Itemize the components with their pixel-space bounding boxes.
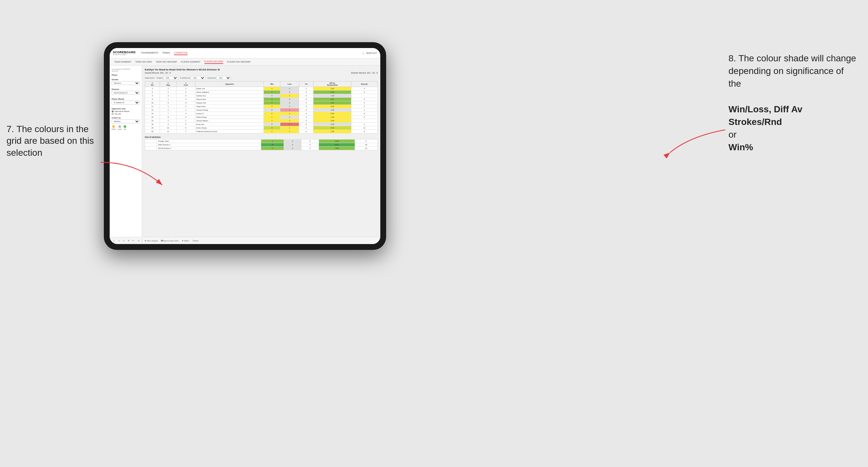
- region-label: Region: [157, 77, 163, 79]
- col-rounds: Rounds: [351, 82, 377, 87]
- cell-win: 2: [264, 112, 280, 116]
- opponent-select[interactable]: (All): [216, 76, 231, 80]
- out-cell-rounds: 2: [355, 139, 377, 143]
- cell-name: Sydney Kuo: [195, 94, 264, 98]
- top100-label: Top 100: [115, 113, 121, 115]
- copy-button[interactable]: ⧉: [127, 239, 130, 242]
- cell-loss: 2: [280, 112, 299, 116]
- h2h-table: #Div #Reg #Conf Opponent Win Loss Tie Di…: [145, 81, 378, 133]
- cell-win: 1: [264, 91, 280, 94]
- table-row: 18 2 2 Euna Lee 0 1 0 -5.00 2: [145, 123, 378, 126]
- refresh-button[interactable]: ⟳: [137, 240, 141, 242]
- out-table-row: NAIA Division 1 15 0 0 9.267 30: [145, 143, 378, 147]
- redo2-button[interactable]: ↩: [122, 240, 126, 242]
- gender-section: Gender Women's: [112, 79, 140, 86]
- cell-diff: -0.94: [313, 119, 351, 123]
- cell-conf: 2: [177, 123, 195, 126]
- last-updated: Last Updated: 27/03/2024 16:55:38: [112, 68, 140, 72]
- filter-conference: Conference (All): [180, 76, 206, 80]
- cell-name: Emily Chang: [195, 126, 264, 130]
- cell-name: Eunice Yi: [195, 112, 264, 116]
- paste-button[interactable]: ⧇ ·: [131, 239, 136, 242]
- region-select[interactable]: (All): [163, 76, 178, 80]
- cell-reg: 8: [160, 116, 176, 119]
- annotation-right: 8. The colour shade will change dependin…: [728, 52, 858, 154]
- cell-loss: 0: [280, 98, 299, 101]
- cell-rounds: [351, 119, 377, 123]
- cell-win: 0: [264, 94, 280, 98]
- table-row: 20 11 7 Federica Domecq Lacroze 2 1 0 1.…: [145, 130, 378, 133]
- nav-teams[interactable]: TEAMS: [162, 51, 170, 55]
- watch-label: Watch: [184, 240, 189, 242]
- tab-player-summary[interactable]: PLAYER SUMMARY: [181, 60, 200, 64]
- colour-by-select[interactable]: Win/loss: [112, 119, 140, 123]
- tab-player-h2h-heatmap[interactable]: PLAYER H2H HEATMAP: [227, 60, 251, 64]
- view-original-button[interactable]: 👁 View: Original: [144, 240, 159, 242]
- cell-rounds: 4: [351, 101, 377, 105]
- cell-reg: 2: [160, 123, 176, 126]
- division-record: Division Record: 331 - 34 - 6: [351, 72, 378, 74]
- out-division-table: Foreign Team 1 0 0 4.500 2 NAIA Division…: [145, 139, 378, 150]
- cell-rounds: [351, 94, 377, 98]
- tab-team-h2h-grid[interactable]: TEAM H2H GRID: [135, 60, 152, 64]
- watch-button[interactable]: 👁 Watch: [181, 240, 190, 242]
- cell-div: 5: [145, 91, 160, 94]
- gender-select[interactable]: Women's: [112, 81, 140, 85]
- legend-up-label: Up: [124, 128, 126, 130]
- radio-opponents-played[interactable]: Opponents Played: [112, 110, 140, 112]
- cell-tie: 0: [299, 119, 313, 123]
- player-label: Player: [112, 74, 140, 76]
- out-cell-name: NAIA Division 1: [157, 143, 261, 147]
- nav-links: TOURNAMENTS TEAMS COMMITTEE: [141, 51, 363, 55]
- cell-loss: 1: [280, 94, 299, 98]
- sidebar: Last Updated: 27/03/2024 16:55:38 Player…: [110, 66, 142, 237]
- opponent-view-section: Opponent view Opponents Played Top 100: [112, 108, 140, 115]
- out-cell-win: 15: [261, 143, 284, 147]
- annotation-bold2: Win%: [728, 142, 753, 152]
- table-row: 5 2 2 Alexis Sudjianto 1 0 0 4.00 3: [145, 91, 378, 94]
- grid-area: Katelyn Vo Head-to-Head Grid for Women's…: [142, 66, 380, 237]
- radio-top100[interactable]: Top 100: [112, 113, 140, 115]
- nav-tournaments[interactable]: TOURNAMENTS: [141, 51, 158, 55]
- separator-icon: |: [363, 52, 364, 54]
- sub-nav: TEAM SUMMARY TEAM H2H GRID TEAM H2H HEAT…: [110, 58, 380, 66]
- grid-title: Katelyn Vo Head-to-Head Grid for Women's…: [145, 68, 378, 71]
- conference-select[interactable]: (All): [191, 76, 206, 80]
- share-button[interactable]: ⤴ Share: [191, 240, 199, 242]
- save-custom-button[interactable]: 💾 Save Custom View: [160, 240, 180, 242]
- table-row: 16 1 1 Jessica Mason 1 2 0 -0.94: [145, 119, 378, 123]
- cell-conf: 2: [177, 91, 195, 94]
- cell-tie: 0: [299, 123, 313, 126]
- col-reg: #Reg: [160, 82, 176, 87]
- cell-diff: 4.00: [313, 91, 351, 94]
- tab-team-summary[interactable]: TEAM SUMMARY: [114, 60, 131, 64]
- out-table-row: Foreign Team 1 0 0 4.500 2: [145, 139, 378, 143]
- undo-button[interactable]: ↩: [112, 240, 116, 242]
- division-record-value: 331 - 34 - 6: [367, 72, 378, 74]
- cell-diff: 0.38: [313, 112, 351, 116]
- out-cell-loss: 0: [284, 143, 302, 147]
- out-cell-name: Foreign Team: [157, 139, 261, 143]
- cell-div: 13: [145, 108, 160, 112]
- out-cell-tie: 0: [302, 143, 319, 147]
- tab-team-h2h-heatmap[interactable]: TEAM H2H HEATMAP: [156, 60, 177, 64]
- cell-diff: 1.25: [313, 116, 351, 119]
- division-select[interactable]: NCAA Division III: [112, 91, 140, 95]
- legend-row: Down Level Up: [112, 125, 140, 130]
- player-rank-select[interactable]: 8. Katelyn Vo: [112, 101, 140, 104]
- cell-conf: 4: [177, 98, 195, 101]
- main-content: Last Updated: 27/03/2024 16:55:38 Player…: [110, 66, 380, 237]
- tab-player-h2h-grid[interactable]: PLAYER H2H GRID: [205, 60, 223, 64]
- col-win: Win: [264, 82, 280, 87]
- cell-win: 1: [264, 119, 280, 123]
- cell-tie: 0: [299, 116, 313, 119]
- legend-level-circle: [118, 125, 121, 128]
- grid-record: Overall Record: 353 - 34 - 6 Division Re…: [145, 72, 378, 74]
- col-div: #Div: [145, 82, 160, 87]
- nav-committee[interactable]: COMMITTEE: [174, 51, 188, 55]
- cell-conf: 6: [177, 126, 195, 130]
- sign-out-link[interactable]: Sign out: [366, 51, 377, 55]
- legend-up: Up: [124, 125, 126, 130]
- redo-button[interactable]: ↪: [117, 240, 121, 242]
- cell-loss: 0: [280, 87, 299, 91]
